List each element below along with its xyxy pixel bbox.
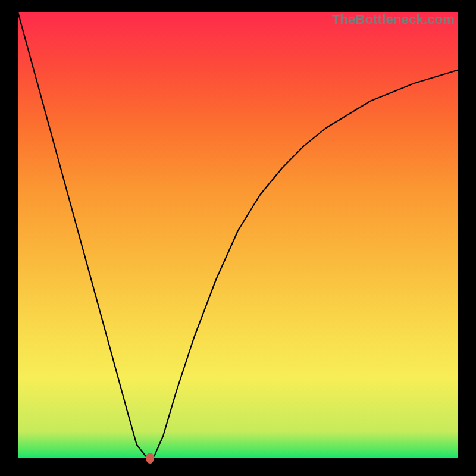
plot-area: TheBottleneck.com [18,12,458,458]
chart-frame: TheBottleneck.com [0,0,476,476]
minimum-marker [146,453,154,464]
bottleneck-curve [18,12,458,458]
